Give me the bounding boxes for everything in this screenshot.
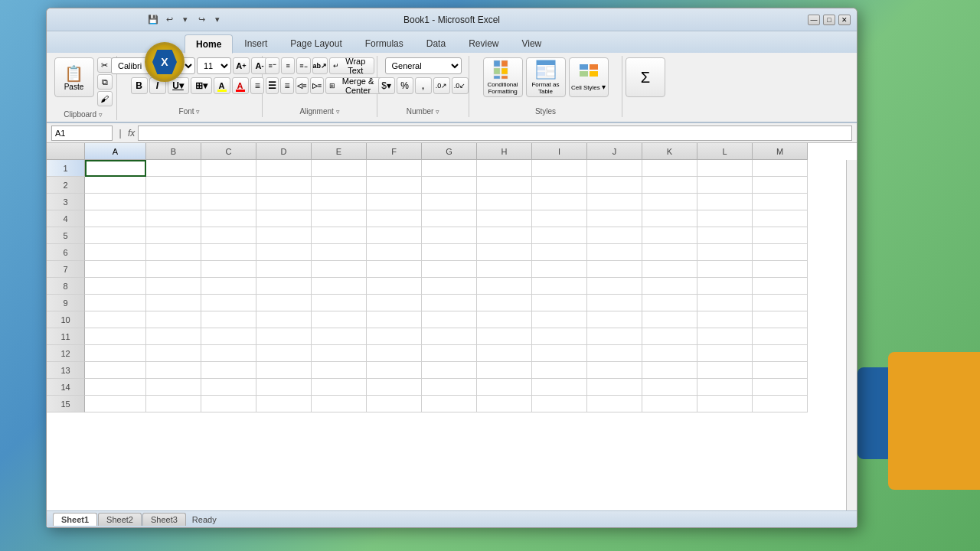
cell-I1[interactable]	[532, 160, 587, 177]
cell-F12[interactable]	[367, 345, 422, 362]
cell-F7[interactable]	[367, 261, 422, 278]
cell-H11[interactable]	[477, 328, 532, 345]
cell-D13[interactable]	[256, 362, 312, 379]
cell-I5[interactable]	[532, 227, 587, 244]
cell-K7[interactable]	[642, 261, 697, 278]
col-header-H[interactable]: H	[477, 143, 532, 160]
cell-L10[interactable]	[697, 311, 753, 328]
cell-M11[interactable]	[753, 328, 808, 345]
cell-M3[interactable]	[753, 194, 808, 210]
cell-K13[interactable]	[642, 362, 697, 379]
cell-L12[interactable]	[697, 345, 753, 362]
cell-G15[interactable]	[422, 396, 477, 412]
tab-insert[interactable]: Insert	[233, 34, 279, 53]
save-button[interactable]: 💾	[146, 12, 160, 26]
cell-D1[interactable]	[256, 160, 312, 177]
font-color-button[interactable]: A	[232, 77, 249, 94]
sheet-tab-sheet2[interactable]: Sheet2	[98, 513, 142, 526]
cell-K5[interactable]	[642, 227, 697, 244]
cell-D5[interactable]	[256, 227, 312, 244]
sheet-tab-sheet3[interactable]: Sheet3	[142, 513, 186, 526]
tab-home[interactable]: Home	[185, 34, 233, 54]
cell-I13[interactable]	[532, 362, 587, 379]
cell-J11[interactable]	[587, 328, 642, 345]
align-middle-button[interactable]: ≡	[281, 57, 295, 74]
cell-G6[interactable]	[422, 244, 477, 261]
cell-L9[interactable]	[697, 295, 753, 311]
cell-A9[interactable]	[85, 295, 146, 311]
cell-E8[interactable]	[312, 278, 367, 295]
cell-B4[interactable]	[146, 210, 201, 227]
minimize-button[interactable]: —	[808, 15, 820, 25]
cell-B7[interactable]	[146, 261, 201, 278]
autosum-button[interactable]: Σ	[626, 57, 665, 97]
cell-G11[interactable]	[422, 328, 477, 345]
formula-input[interactable]	[138, 126, 852, 141]
cell-G14[interactable]	[422, 379, 477, 396]
row-header-4[interactable]: 4	[47, 210, 85, 227]
office-button[interactable]: X	[145, 42, 185, 82]
cell-I15[interactable]	[532, 396, 587, 412]
cell-L1[interactable]	[697, 160, 753, 177]
cell-D11[interactable]	[256, 328, 312, 345]
align-left-button[interactable]: ≡	[250, 77, 263, 94]
cell-F6[interactable]	[367, 244, 422, 261]
cell-B15[interactable]	[146, 396, 201, 412]
cell-A4[interactable]	[85, 210, 146, 227]
cell-E14[interactable]	[312, 379, 367, 396]
cell-A11[interactable]	[85, 328, 146, 345]
cell-F5[interactable]	[367, 227, 422, 244]
col-header-G[interactable]: G	[422, 143, 477, 160]
cell-K12[interactable]	[642, 345, 697, 362]
row-header-15[interactable]: 15	[47, 396, 85, 412]
cell-K15[interactable]	[642, 396, 697, 412]
cell-E9[interactable]	[312, 295, 367, 311]
row-header-3[interactable]: 3	[47, 194, 85, 210]
cell-D8[interactable]	[256, 278, 312, 295]
font-grow-button[interactable]: A+	[233, 57, 250, 74]
cell-I11[interactable]	[532, 328, 587, 345]
cell-F4[interactable]	[367, 210, 422, 227]
bold-button[interactable]: B	[131, 77, 148, 94]
cell-B12[interactable]	[146, 345, 201, 362]
cell-J5[interactable]	[587, 227, 642, 244]
cell-A2[interactable]	[85, 177, 146, 194]
cell-C12[interactable]	[201, 345, 256, 362]
font-size-select[interactable]: 11 8 10 12 14 18	[197, 57, 231, 74]
tab-data[interactable]: Data	[415, 34, 457, 53]
cell-M6[interactable]	[753, 244, 808, 261]
cell-E4[interactable]	[312, 210, 367, 227]
comma-button[interactable]: ,	[415, 77, 432, 94]
cell-K11[interactable]	[642, 328, 697, 345]
cell-G3[interactable]	[422, 194, 477, 210]
cell-C5[interactable]	[201, 227, 256, 244]
cell-D7[interactable]	[256, 261, 312, 278]
cell-B1[interactable]	[146, 160, 201, 177]
cell-C1[interactable]	[201, 160, 256, 177]
cell-A1[interactable]	[85, 160, 146, 177]
cell-G7[interactable]	[422, 261, 477, 278]
redo-button[interactable]: ↪	[194, 12, 208, 26]
cell-G8[interactable]	[422, 278, 477, 295]
cell-E10[interactable]	[312, 311, 367, 328]
cell-M13[interactable]	[753, 362, 808, 379]
accounting-format-button[interactable]: $▾	[378, 77, 395, 94]
cell-A8[interactable]	[85, 278, 146, 295]
cell-B11[interactable]	[146, 328, 201, 345]
cell-A7[interactable]	[85, 261, 146, 278]
cell-K1[interactable]	[642, 160, 697, 177]
close-button[interactable]: ✕	[838, 15, 851, 25]
cell-I7[interactable]	[532, 261, 587, 278]
cell-L6[interactable]	[697, 244, 753, 261]
cell-D15[interactable]	[256, 396, 312, 412]
fill-color-button[interactable]: A	[214, 77, 230, 94]
cell-L3[interactable]	[697, 194, 753, 210]
row-header-8[interactable]: 8	[47, 278, 85, 295]
cell-C6[interactable]	[201, 244, 256, 261]
cell-A13[interactable]	[85, 362, 146, 379]
cell-M10[interactable]	[753, 311, 808, 328]
cell-I4[interactable]	[532, 210, 587, 227]
restore-button[interactable]: □	[823, 15, 835, 25]
cell-C14[interactable]	[201, 379, 256, 396]
cell-M2[interactable]	[753, 177, 808, 194]
